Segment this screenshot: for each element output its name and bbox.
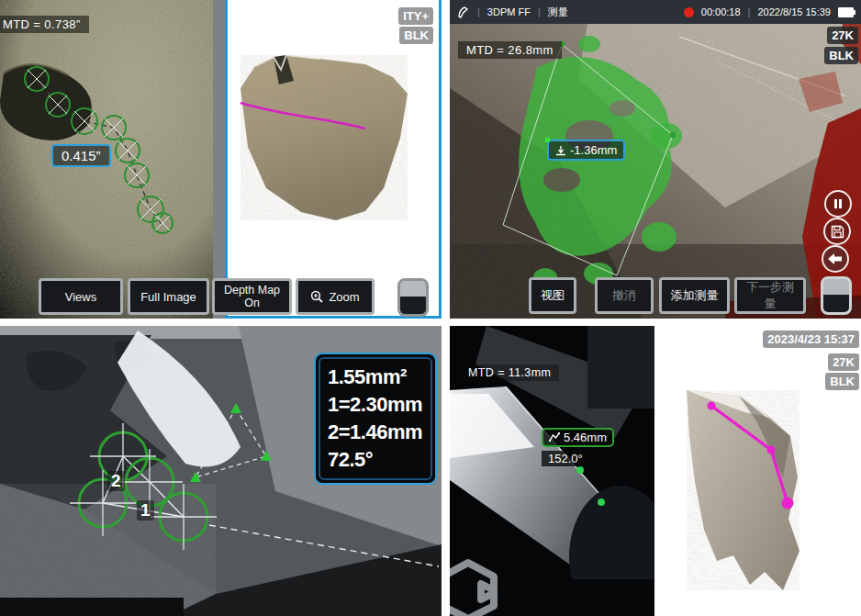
status-bar: | 3DPM FF | 测量 00:00:18 | 2022/8/15 15:3… [450, 0, 861, 24]
save-icon [831, 225, 844, 239]
datetime-label: 2022/8/15 15:39 [757, 6, 831, 17]
magnifier-icon [310, 290, 323, 303]
separator: | [538, 6, 541, 17]
add-measurement-button-label: 添加测量 [671, 287, 719, 304]
measurement-results-inner: 1.55mm² 1=2.30mm 2=1.46mm 72.5° [319, 357, 432, 480]
depth-map-button-label: Depth Map On [220, 284, 284, 309]
mtd-label: MTD = 0.738” [0, 16, 89, 33]
quadrant-length-measurement: MTD = 0.738” 0.415” ITY+ BLK Views Full … [0, 0, 442, 319]
pause-button[interactable] [824, 190, 852, 218]
back-button[interactable] [822, 245, 849, 273]
next-measurement-button[interactable]: 下一步测量 [734, 277, 806, 314]
depth-measure-icon [555, 145, 566, 156]
system-badges: 27K BLK [824, 27, 858, 64]
screen-toggle-button[interactable] [821, 276, 852, 315]
next-measurement-button-label: 下一步测量 [743, 279, 798, 312]
separator: | [748, 6, 751, 17]
length-result-2: 2=1.46mm [328, 419, 423, 446]
separator: | [477, 6, 480, 17]
quadrant-area-measurement: 2 1 1.55mm² 1=2.30mm 2=1.46mm 72.5° [0, 326, 442, 616]
cursor-label-2: 2 [107, 471, 125, 491]
record-indicator-icon [684, 7, 694, 17]
add-measurement-button[interactable]: 添加测量 [659, 277, 730, 314]
mtd-label: MTD = 11.3mm [460, 364, 559, 381]
length-result-1: 1=2.30mm [328, 391, 423, 419]
back-arrow-icon [828, 253, 843, 264]
image-quality-badge: 27K [827, 27, 858, 44]
undo-button[interactable]: 撤消 [595, 277, 654, 314]
zoom-button-label: Zoom [329, 290, 359, 304]
views-button[interactable]: 视图 [529, 277, 576, 314]
image-quality-badge: 27K [828, 353, 859, 371]
undo-button-label: 撤消 [612, 287, 636, 304]
image-quality-badge: ITY+ [398, 7, 433, 25]
probe-logo-icon [457, 6, 470, 18]
point-cloud-fragment [228, 0, 439, 316]
record-time: 00:00:18 [701, 6, 741, 17]
angle-value-label: 152.0° [542, 451, 589, 466]
pane-gutter [213, 0, 225, 319]
quadrant-edge-measurement: MTD = 11.3mm 5.46mm 152.0° 2023/4/23 15:… [450, 326, 861, 616]
color-mode-badge: BLK [824, 47, 858, 64]
quadrant-3dpm-measurement: | 3DPM FF | 测量 00:00:18 | 2022/8/15 15:3… [450, 0, 861, 319]
pause-icon [833, 198, 844, 209]
point-cloud-pane [228, 0, 442, 319]
length-value-label[interactable]: 5.46mm [542, 428, 614, 447]
views-button-label: 视图 [541, 287, 565, 304]
polyline-measure-icon [549, 432, 560, 442]
mode-label: 3DPM FF [487, 6, 531, 17]
measurement-value-label[interactable]: 0.415” [51, 144, 111, 167]
zoom-button[interactable]: Zoom [296, 278, 375, 315]
depth-map-button[interactable]: Depth Map On [212, 278, 292, 315]
depth-value-label[interactable]: -1.36mm [547, 140, 625, 161]
system-badges: ITY+ BLK [398, 7, 433, 44]
screen-toggle-button[interactable] [397, 278, 429, 317]
area-result: 1.55mm² [328, 364, 423, 391]
save-button[interactable] [823, 218, 851, 245]
battery-icon [838, 7, 854, 17]
measurement-results-box: 1.55mm² 1=2.30mm 2=1.46mm 72.5° [314, 353, 437, 485]
measure-tab[interactable]: 测量 [548, 6, 568, 19]
full-image-button[interactable]: Full Image [128, 278, 209, 315]
angle-result: 72.5° [328, 446, 423, 474]
depth-value-text: -1.36mm [570, 143, 617, 157]
views-button[interactable]: Views [39, 278, 123, 315]
datetime-badge: 2023/4/23 15:37 [763, 330, 859, 348]
label-anchor-dot [545, 138, 550, 142]
system-badges: 27K BLK [825, 353, 859, 390]
length-value-text: 5.46mm [564, 431, 607, 444]
cursor-label-1: 1 [137, 500, 154, 521]
measurement-screens-collage: MTD = 0.738” 0.415” ITY+ BLK Views Full … [0, 0, 861, 616]
views-button-label: Views [65, 290, 96, 304]
full-image-button-label: Full Image [140, 290, 196, 304]
camera-image [450, 24, 861, 319]
color-mode-badge: BLK [399, 27, 433, 44]
color-mode-badge: BLK [825, 373, 859, 390]
mtd-label: MTD = 26.8mm [458, 41, 562, 59]
